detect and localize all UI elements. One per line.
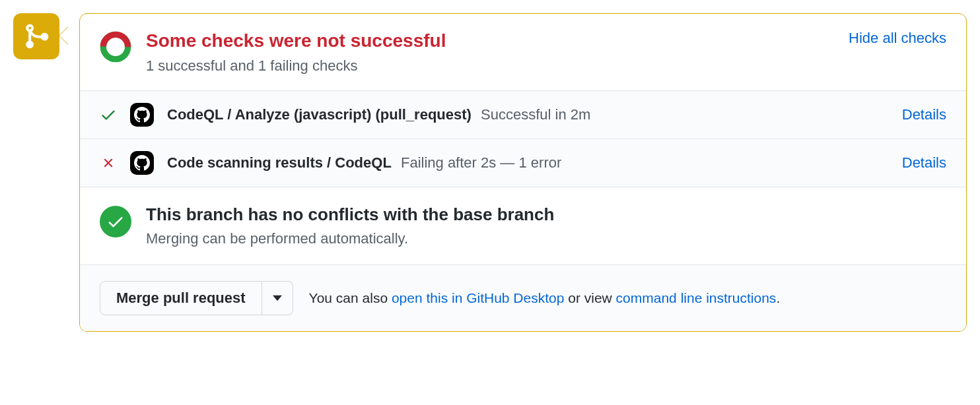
check-failure-icon (100, 154, 117, 171)
checks-summary-title: Some checks were not successful (146, 30, 834, 52)
check-text: CodeQL / Analyze (javascript) (pull_requ… (167, 106, 590, 123)
status-panel: Some checks were not successful 1 succes… (79, 13, 967, 332)
merge-help-text: You can also open this in GitHub Desktop… (309, 290, 781, 306)
merge-pull-request-button[interactable]: Merge pull request (100, 281, 262, 315)
command-line-instructions-link[interactable]: command line instructions (616, 290, 777, 305)
merge-badge-icon (13, 13, 59, 59)
github-avatar-icon (130, 103, 154, 127)
github-avatar-icon (130, 151, 154, 175)
check-text: Code scanning results / CodeQL Failing a… (167, 154, 561, 171)
check-row: Code scanning results / CodeQL Failing a… (80, 139, 966, 187)
success-check-icon (100, 206, 131, 237)
merge-dropdown-button[interactable] (262, 281, 293, 315)
merge-button-group: Merge pull request (100, 281, 293, 315)
status-donut-icon (100, 31, 131, 63)
merge-status-panel: Some checks were not successful 1 succes… (13, 13, 967, 332)
checks-summary-section: Some checks were not successful 1 succes… (80, 14, 966, 91)
checks-summary-subtitle: 1 successful and 1 failing checks (146, 57, 834, 75)
check-row: CodeQL / Analyze (javascript) (pull_requ… (80, 91, 966, 139)
check-success-icon (100, 106, 117, 123)
check-name: Code scanning results / CodeQL (167, 154, 392, 171)
check-details-link[interactable]: Details (902, 106, 946, 123)
merge-section: Merge pull request You can also open thi… (80, 265, 966, 331)
caret-down-icon (273, 295, 282, 301)
hide-all-checks-link[interactable]: Hide all checks (849, 30, 946, 47)
conflict-title: This branch has no conflicts with the ba… (146, 204, 554, 225)
check-name: CodeQL / Analyze (javascript) (pull_requ… (167, 106, 472, 123)
check-details-link[interactable]: Details (902, 154, 946, 171)
conflict-section: This branch has no conflicts with the ba… (80, 187, 966, 265)
check-meta: Failing after 2s — 1 error (401, 154, 561, 171)
conflict-subtitle: Merging can be performed automatically. (146, 230, 554, 247)
open-github-desktop-link[interactable]: open this in GitHub Desktop (392, 290, 564, 305)
check-meta: Successful in 2m (481, 106, 590, 123)
